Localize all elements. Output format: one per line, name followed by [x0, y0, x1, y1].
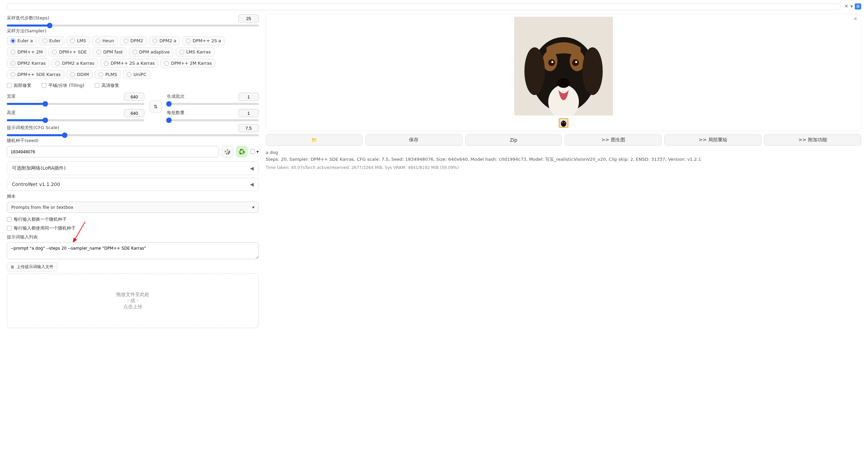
batch-size-slider[interactable]: [167, 119, 259, 121]
swap-dims-button[interactable]: ⇅: [149, 100, 162, 113]
svg-point-11: [557, 78, 570, 88]
face-restore-checkbox[interactable]: 面部修复: [7, 82, 31, 89]
batch-size-input[interactable]: [238, 109, 259, 117]
sampler-option[interactable]: PLMS: [95, 70, 121, 79]
batch-count-input[interactable]: [238, 93, 259, 101]
random-each-checkbox[interactable]: 每行输入都换一个随机种子: [7, 216, 259, 222]
height-input[interactable]: [124, 109, 144, 117]
triangle-left-icon: ◀: [250, 182, 254, 187]
sampler-option[interactable]: DPM2: [120, 36, 147, 45]
width-input[interactable]: [124, 93, 144, 101]
sampler-option[interactable]: DDIM: [66, 70, 93, 79]
steps-label: 采样迭代步数(Steps): [7, 15, 49, 21]
sampler-option[interactable]: DPM++ 2M: [7, 47, 46, 57]
seed-label: 随机种子(seed): [7, 138, 259, 144]
svg-point-9: [551, 61, 553, 63]
output-params-text: Steps: 20, Sampler: DPM++ SDE Karras, CF…: [266, 156, 861, 162]
steps-input[interactable]: [238, 14, 259, 22]
close-icon[interactable]: ✕: [844, 3, 848, 9]
svg-point-10: [575, 61, 577, 63]
sampler-radio-group: Euler aEulerLMSHeunDPM2DPM2 aDPM++ 2S aD…: [7, 36, 259, 79]
batch-count-slider[interactable]: [167, 103, 259, 105]
svg-point-16: [562, 122, 563, 123]
output-image-panel: ✕: [266, 14, 861, 131]
height-label: 高度: [7, 110, 16, 116]
sampler-option[interactable]: DPM++ SDE: [48, 47, 90, 57]
sampler-option[interactable]: Euler a: [7, 36, 37, 45]
close-icon[interactable]: ✕: [853, 16, 857, 21]
zip-button[interactable]: Zip: [465, 134, 562, 146]
svg-point-12: [524, 47, 545, 95]
generated-image[interactable]: [514, 17, 613, 115]
svg-point-17: [564, 122, 565, 123]
seed-input[interactable]: [7, 146, 219, 157]
cfg-input[interactable]: [238, 124, 259, 132]
prompt-list-textarea[interactable]: [7, 242, 259, 259]
file-icon: 🗎: [11, 265, 15, 269]
seed-extra-checkbox[interactable]: ▾: [250, 149, 259, 154]
save-button[interactable]: 保存: [365, 134, 462, 146]
seed-random-button[interactable]: 🎲: [222, 146, 233, 157]
svg-point-15: [561, 121, 566, 127]
hires-checkbox[interactable]: 高清修复: [95, 82, 119, 89]
script-label: 脚本: [7, 193, 259, 200]
controlnet-accordion[interactable]: ControlNet v1.1.200 ◀: [7, 178, 259, 191]
width-label: 宽度: [7, 93, 16, 99]
sampler-option[interactable]: DPM++ 2S a: [182, 36, 225, 45]
open-folder-button[interactable]: 📁: [266, 134, 363, 146]
output-time-text: Time taken: 40.07sTorch active/reserved:…: [266, 165, 861, 170]
sampler-option[interactable]: LMS Karras: [176, 47, 215, 57]
seed-recycle-button[interactable]: ♻️: [236, 146, 248, 157]
sampler-option[interactable]: UniPC: [123, 70, 150, 79]
tiling-checkbox[interactable]: 平铺/分块 (Tiling): [42, 82, 84, 89]
batch-size-label: 每批数量: [167, 110, 185, 116]
sampler-label: 采样方法(Sampler): [7, 28, 259, 34]
img2img-button[interactable]: >> 图生图: [565, 134, 662, 146]
upload-file-button[interactable]: 🗎 上传提示词输入文件: [7, 262, 57, 271]
inpaint-button[interactable]: >> 局部重绘: [664, 134, 761, 146]
lora-accordion[interactable]: 可选附加网络(LoRA插件) ◀: [7, 161, 259, 175]
sampler-option[interactable]: DPM adaptive: [129, 47, 174, 57]
sampler-option[interactable]: DPM++ 2M Karras: [160, 59, 216, 68]
sampler-option[interactable]: Euler: [39, 36, 64, 45]
width-slider[interactable]: [7, 103, 144, 105]
output-prompt-text: a dog: [266, 150, 861, 155]
prompt-list-label: 提示词输入列表: [7, 234, 259, 240]
output-thumbnail[interactable]: [559, 118, 568, 128]
file-dropzone[interactable]: 拖放文件至此处 - 或 - 点击上传: [7, 274, 259, 328]
steps-slider[interactable]: [7, 25, 259, 27]
cfg-slider[interactable]: [7, 134, 259, 136]
dropdown-icon[interactable]: ▾: [850, 3, 853, 9]
height-slider[interactable]: [7, 119, 144, 121]
settings-icon[interactable]: ⚙: [855, 3, 861, 10]
batch-count-label: 生成批次: [167, 93, 185, 99]
sampler-option[interactable]: Heun: [92, 36, 118, 45]
triangle-left-icon: ◀: [250, 166, 254, 171]
svg-point-13: [582, 47, 603, 95]
script-select[interactable]: Prompts from file or textbox ▾: [7, 202, 259, 213]
sampler-option[interactable]: DPM++ 2S a Karras: [100, 59, 158, 68]
sampler-option[interactable]: DPM2 Karras: [7, 59, 49, 68]
extras-button[interactable]: >> 附加功能: [764, 134, 861, 146]
cfg-label: 提示词相关性(CFG Scale): [7, 125, 59, 131]
chevron-down-icon: ▾: [252, 205, 254, 210]
sampler-option[interactable]: DPM2 a: [149, 36, 180, 45]
same-seed-checkbox[interactable]: 每行输入都使用同一个随机种子: [7, 225, 259, 231]
sampler-option[interactable]: DPM fast: [93, 47, 127, 57]
sampler-option[interactable]: DPM2 a Karras: [51, 59, 98, 68]
sampler-option[interactable]: DPM++ SDE Karras: [7, 70, 64, 79]
sampler-option[interactable]: LMS: [66, 36, 90, 45]
prompt-area-collapsed[interactable]: [7, 3, 841, 10]
